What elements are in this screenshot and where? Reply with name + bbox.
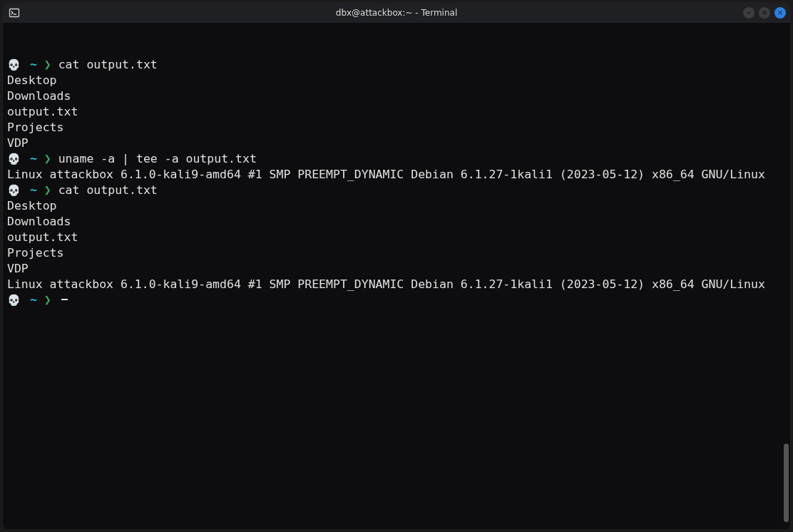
prompt-line: 💀 ~ ❯ uname -a | tee -a output.txt — [7, 151, 786, 167]
output-text: Projects — [7, 120, 63, 135]
svg-point-2 — [763, 11, 766, 14]
output-line: VDP — [7, 261, 786, 277]
close-button[interactable] — [774, 7, 786, 19]
output-text: Downloads — [7, 214, 71, 230]
output-line: output.txt — [7, 230, 786, 245]
terminal-icon — [9, 7, 20, 19]
command-text: uname -a | tee -a output.txt — [58, 151, 257, 167]
output-text: Projects — [7, 245, 63, 261]
output-line: Desktop — [7, 198, 786, 214]
prompt-arrow-icon: ❯ — [44, 292, 58, 308]
skull-icon: 💀 — [7, 151, 21, 167]
cursor — [61, 299, 68, 300]
prompt-line: 💀 ~ ❯ cat output.txt — [7, 57, 786, 73]
prompt-arrow-icon: ❯ — [44, 151, 58, 167]
titlebar[interactable]: dbx@attackbox:~ - Terminal — [3, 3, 790, 23]
skull-icon: 💀 — [7, 183, 21, 198]
command-text: cat output.txt — [58, 183, 158, 198]
output-text: Linux attackbox 6.1.0-kali9-amd64 #1 SMP… — [7, 277, 765, 292]
output-text: Desktop — [7, 198, 57, 214]
prompt-arrow-icon: ❯ — [44, 57, 58, 73]
output-line: Linux attackbox 6.1.0-kali9-amd64 #1 SMP… — [7, 167, 786, 183]
output-text: Downloads — [7, 88, 71, 104]
prompt-arrow-icon: ❯ — [44, 183, 58, 198]
minimize-button[interactable] — [743, 7, 754, 19]
output-line: VDP — [7, 135, 786, 151]
prompt-path: ~ — [23, 292, 44, 308]
output-line: Projects — [7, 120, 786, 135]
output-line: Downloads — [7, 214, 786, 230]
output-text: VDP — [7, 135, 29, 151]
output-text: Linux attackbox 6.1.0-kali9-amd64 #1 SMP… — [7, 167, 765, 183]
terminal-body[interactable]: 💀 ~ ❯ cat output.txtDesktopDownloadsoutp… — [3, 23, 790, 529]
output-line: Linux attackbox 6.1.0-kali9-amd64 #1 SMP… — [7, 277, 786, 292]
output-text: Desktop — [7, 73, 57, 88]
output-line: output.txt — [7, 104, 786, 120]
output-line: Downloads — [7, 88, 786, 104]
terminal-window: dbx@attackbox:~ - Terminal 💀 ~ ❯ cat out… — [2, 2, 791, 530]
window-controls — [743, 7, 786, 19]
command-text: cat output.txt — [58, 57, 158, 73]
skull-icon: 💀 — [7, 57, 21, 73]
prompt-path: ~ — [23, 57, 44, 73]
output-line: Desktop — [7, 73, 786, 88]
output-text: output.txt — [7, 230, 78, 245]
output-line: Projects — [7, 245, 786, 261]
skull-icon: 💀 — [7, 292, 21, 308]
output-text: output.txt — [7, 104, 78, 120]
maximize-button[interactable] — [759, 7, 770, 19]
prompt-line: 💀 ~ ❯ — [7, 292, 786, 308]
prompt-path: ~ — [23, 151, 44, 167]
svg-rect-0 — [10, 9, 19, 17]
prompt-path: ~ — [23, 183, 44, 198]
prompt-line: 💀 ~ ❯ cat output.txt — [7, 183, 786, 198]
output-text: VDP — [7, 261, 29, 277]
scrollbar-thumb[interactable] — [784, 444, 789, 522]
window-title: dbx@attackbox:~ - Terminal — [336, 8, 457, 18]
